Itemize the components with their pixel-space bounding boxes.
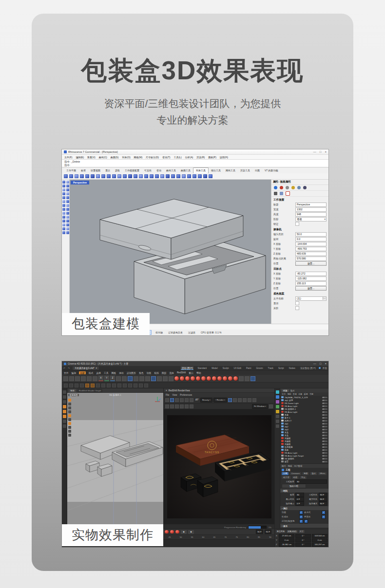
options-icon[interactable] — [68, 434, 71, 437]
object-row[interactable]: obj3 — [280, 428, 328, 431]
rotate-icon[interactable] — [62, 188, 65, 191]
menu-item[interactable]: 流体 — [169, 371, 174, 374]
ellipsoid-icon[interactable] — [107, 174, 111, 178]
layout-tab[interactable]: Groom — [255, 367, 264, 370]
fillet-edge-icon[interactable] — [176, 174, 180, 178]
snapshot-list-icon[interactable] — [185, 404, 189, 408]
edit-solid-icon[interactable] — [192, 174, 196, 178]
menu-item[interactable]: 动画 — [147, 371, 152, 374]
undo-icon[interactable] — [69, 376, 74, 381]
menu-item[interactable]: 选择 — [96, 371, 101, 374]
sweep1-icon[interactable] — [62, 212, 65, 215]
boolean-difference-icon[interactable] — [150, 174, 154, 178]
object-row[interactable]: obj1 反弹 — [280, 399, 328, 402]
frame-end-field-2[interactable]: 90 F — [265, 530, 271, 534]
property-row[interactable]: 显示 — [271, 301, 328, 306]
property-row[interactable]: 工作视窗 — [271, 198, 328, 202]
object-toggles[interactable] — [324, 429, 327, 430]
toolbar-tab[interactable]: V7 的新功能 — [262, 168, 281, 173]
z-axis-button[interactable]: Z — [110, 376, 115, 381]
circle-icon[interactable] — [62, 196, 65, 199]
menu-item[interactable]: 说明(H) — [220, 156, 228, 159]
tube-icon[interactable] — [85, 174, 89, 178]
link-icon[interactable] — [280, 192, 283, 195]
size-field[interactable]: 165.297 cm — [312, 543, 327, 547]
menu-item[interactable]: RedShift — [177, 371, 186, 374]
redshift-light-icon[interactable] — [217, 376, 222, 381]
toolbar-tab[interactable]: 实体工具 — [193, 167, 209, 173]
spline-arc-icon[interactable] — [69, 384, 73, 387]
aov-dropdown[interactable]: Beauty — [200, 398, 212, 403]
c4d-viewport[interactable]: 透视视图 RS 摄像机.1 — [67, 393, 163, 529]
object-row[interactable]: 纸盒翻盖 — [280, 445, 328, 448]
extrude-icon[interactable] — [96, 384, 100, 387]
menu-item[interactable]: 渲染(R) — [196, 156, 205, 159]
status-item[interactable]: 记录建构历史 — [167, 331, 184, 334]
boolean-union-icon[interactable] — [144, 174, 148, 178]
dome-icon[interactable] — [238, 398, 242, 402]
object-toggles[interactable] — [324, 443, 327, 445]
fit-window-dropdown[interactable]: Fit Window — [252, 404, 268, 409]
property-row[interactable]: Y 座标 -115.082 — [271, 276, 328, 281]
loft-icon[interactable] — [107, 384, 111, 387]
spline-circle-icon[interactable] — [75, 384, 78, 387]
attribute-row[interactable]: 最小时长 0 F 最大时长 90 F — [280, 497, 328, 501]
object-toggles[interactable] — [324, 461, 327, 462]
menu-item[interactable]: 体积 — [119, 371, 124, 374]
pan-view-icon[interactable] — [68, 399, 71, 402]
display-tab-icon[interactable] — [297, 186, 301, 189]
render-view-icon[interactable] — [163, 376, 168, 381]
viewport-properties-icon[interactable] — [274, 192, 277, 195]
camera-lock-icon[interactable] — [68, 414, 71, 417]
layout-tab[interactable]: Nodes — [288, 367, 296, 370]
quantize-icon[interactable] — [151, 376, 156, 381]
attribute-tab[interactable]: 场次 — [310, 472, 317, 475]
object-row[interactable]: obj2 — [280, 425, 328, 428]
cone-icon[interactable] — [96, 174, 100, 178]
array-icon[interactable] — [91, 384, 95, 387]
deformer-icon[interactable] — [139, 384, 143, 387]
manager-menu-item[interactable]: 查看 — [293, 393, 297, 395]
join-icon[interactable] — [66, 227, 69, 230]
reset-transform-button[interactable]: 复位变换 — [276, 530, 286, 533]
sphere-icon[interactable] — [75, 174, 78, 178]
object-row[interactable]: 盖子.1 — [280, 416, 328, 419]
frame-end-field[interactable]: 90 F — [256, 530, 263, 534]
property-row[interactable]: 锁定 — [271, 221, 328, 226]
object-toggles[interactable] — [324, 426, 327, 427]
menu-item[interactable]: 窗口 — [189, 371, 193, 374]
interface-label[interactable]: 界面 — [323, 367, 327, 369]
attribute-tab[interactable]: 视图 — [302, 472, 309, 475]
redshift-light-icon[interactable] — [223, 376, 227, 381]
attribute-menu-item[interactable]: 用户数据 — [294, 465, 302, 467]
refresh-icon[interactable] — [175, 398, 179, 402]
lock-icon[interactable] — [228, 398, 232, 402]
display-mode-icon[interactable] — [68, 430, 71, 433]
dolly-view-icon[interactable] — [68, 406, 71, 409]
box-3pt-icon[interactable] — [69, 174, 73, 178]
camera-label[interactable]: RS 摄像机.1 — [109, 394, 121, 396]
toolbar-tab[interactable]: 出图 — [252, 168, 262, 173]
layers-tab-icon[interactable] — [286, 186, 289, 189]
object-toggles[interactable] — [324, 435, 327, 436]
wirecut-icon[interactable] — [166, 174, 170, 178]
object-row[interactable]: 木隔板 — [280, 442, 328, 445]
menu-item[interactable]: 角色 — [139, 371, 144, 374]
attribute-row[interactable]: 动画 表达式 — [280, 510, 328, 514]
attribute-row[interactable]: 显示 — [280, 524, 328, 528]
layout-icon[interactable] — [250, 376, 255, 381]
redshift-light-icon[interactable] — [228, 376, 232, 381]
property-row[interactable]: 镜头焦距 50.0 — [271, 232, 328, 237]
attribute-menu-item[interactable]: 编辑 — [288, 465, 292, 467]
toolbar-tab[interactable]: 工作视窗配置 — [122, 168, 142, 173]
group-icon[interactable] — [62, 231, 65, 234]
status-item[interactable]: 过滤器 — [187, 331, 197, 334]
property-row[interactable]: 位置 放置... — [271, 286, 328, 291]
toolbar-tab[interactable]: 设置视图 — [88, 168, 103, 173]
attribute-row[interactable]: 帧率 30 工程时长 90 F — [280, 493, 328, 497]
manager-menu-item[interactable]: 文件 — [282, 393, 286, 395]
points-mode-icon[interactable] — [63, 405, 66, 408]
selected-tool-icon[interactable] — [128, 376, 133, 381]
menu-item[interactable]: 网格 — [112, 371, 116, 374]
truncated-cone-icon[interactable] — [101, 174, 105, 178]
